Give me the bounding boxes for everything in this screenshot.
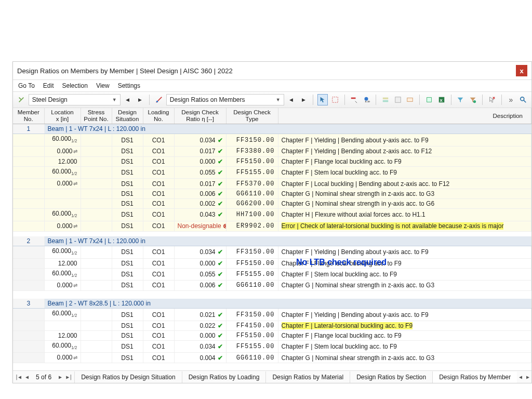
group-label[interactable]: Beam | 2 - WT 8x28.5 | L : 120.000 in <box>44 299 531 309</box>
svg-text:X: X <box>440 98 443 103</box>
tabs-next-button[interactable]: ▶ <box>524 374 531 380</box>
cell-code: FF5150.00 <box>226 156 278 166</box>
member-no[interactable]: 2 <box>13 236 44 246</box>
group-label[interactable]: Beam | 1 - WT 7x24 | L : 120.000 in <box>44 236 531 246</box>
ratio-icon <box>154 94 164 105</box>
prev-result-button[interactable]: ◀ <box>286 94 297 105</box>
pager-prev-button[interactable]: ◀ <box>23 374 31 380</box>
close-button[interactable]: x <box>516 65 527 76</box>
member-no[interactable]: 1 <box>13 124 44 134</box>
col-location[interactable]: Locationx [in] <box>44 108 81 124</box>
view-3-button[interactable] <box>405 94 415 105</box>
cell-location: 0.000⇌ <box>44 146 81 156</box>
next-design-button[interactable]: ▶ <box>135 94 145 105</box>
clear-button[interactable] <box>487 94 497 105</box>
table-row[interactable]: 60.0001⁄2DS1CO10.034✔FF3150.00Chapter F … <box>13 134 531 146</box>
cell-ds: DS1 <box>112 179 143 189</box>
prev-design-button[interactable]: ◀ <box>123 94 133 105</box>
cell-co: CO1 <box>143 221 174 231</box>
check-icon: ✔ <box>218 169 223 176</box>
menu-settings[interactable]: Settings <box>118 82 140 89</box>
table-row[interactable]: 12.000DS1CO10.000✔FF5150.00Chapter F | F… <box>13 258 531 268</box>
cell-ds: DS1 <box>112 340 143 352</box>
table-row[interactable]: 60.0001⁄2DS1CO10.021✔FF3150.00Chapter F … <box>13 309 531 321</box>
table-row[interactable]: 60.0001⁄2DS1CO10.043✔HH7100.00Chapter H … <box>13 209 531 221</box>
tabs-prev-button[interactable]: ◀ <box>517 374 524 380</box>
col-loading[interactable]: LoadingNo. <box>143 108 174 124</box>
table-row[interactable]: 60.0001⁄2DS1CO10.034✔FF3150.00Chapter F … <box>13 246 531 258</box>
funnel-2-button[interactable] <box>468 94 478 105</box>
col-type[interactable]: Design CheckType <box>226 108 278 124</box>
menu-edit[interactable]: Edit <box>43 82 54 89</box>
table-row[interactable]: 60.0001⁄2DS1CO10.034✔FF5155.00Chapter F … <box>13 340 531 352</box>
cell-code: GG6200.00 <box>226 199 278 209</box>
member-no[interactable]: 3 <box>13 299 44 309</box>
cell-ratio: 0.034✔ <box>174 134 226 146</box>
cell-code: FF5150.00 <box>226 330 278 340</box>
dropdown1-label: Steel Design <box>32 96 110 103</box>
select-tool-button[interactable] <box>317 94 328 105</box>
table-row[interactable]: 0.000⇌DS1CO10.017✔FF3380.00Chapter F | Y… <box>13 146 531 156</box>
tab-design-ratios-by-material[interactable]: Design Ratios by Material <box>265 371 350 383</box>
cell-ds: DS1 <box>112 134 143 146</box>
next-result-button[interactable]: ▶ <box>298 94 309 105</box>
table-row[interactable]: DS1CO10.002✔GG6200.00Chapter G | Nominal… <box>13 199 531 209</box>
tab-design-ratios-by-loading[interactable]: Design Ratios by Loading <box>182 371 266 383</box>
search-button[interactable] <box>518 94 528 105</box>
tab-design-ratios-by-member[interactable]: Design Ratios by Member <box>432 371 517 383</box>
grid-body: 1Beam | 1 - WT 7x24 | L : 120.000 in60.0… <box>13 124 531 363</box>
view-1-button[interactable] <box>380 94 391 105</box>
col-stress[interactable]: StressPoint No. <box>81 108 112 124</box>
menu-view[interactable]: View <box>96 82 110 89</box>
excel-button[interactable]: X <box>436 94 447 105</box>
table-row[interactable]: DS1CO10.006✔GG6110.00Chapter G | Nominal… <box>13 189 531 199</box>
export-button[interactable] <box>424 94 434 105</box>
check-icon: ✔ <box>218 271 223 278</box>
table-row[interactable]: 0.000⇌DS1CO1Non-designable ⊗ER9902.00Err… <box>13 221 531 231</box>
table-row[interactable]: 0.000⇌DS1CO10.006✔GG6110.00Chapter G | N… <box>13 280 531 290</box>
cell-location: 0.000⇌ <box>44 280 81 290</box>
col-desc[interactable]: Description <box>278 108 531 124</box>
table-row[interactable]: 60.0001⁄2DS1CO10.055✔FF5155.00Chapter F … <box>13 268 531 280</box>
tab-design-ratios-by-section[interactable]: Design Ratios by Section <box>350 371 432 383</box>
cell-ds: DS1 <box>112 321 143 330</box>
table-row[interactable]: 12.000DS1CO10.000✔FF5150.00Chapter F | F… <box>13 330 531 340</box>
filter-x-button[interactable]: x.xx <box>361 94 371 105</box>
cell-ratio: 0.017✔ <box>174 179 226 189</box>
svg-point-0 <box>156 101 158 103</box>
more-button[interactable]: » <box>506 94 516 105</box>
group-label[interactable]: Beam | 1 - WT 7x24 | L : 120.000 in <box>44 124 531 134</box>
table-row[interactable]: 12.000DS1CO10.000✔FF5150.00Chapter F | F… <box>13 156 531 166</box>
col-situation[interactable]: DesignSituation <box>112 108 143 124</box>
menu-selection[interactable]: Selection <box>62 82 88 89</box>
pager-last-button[interactable]: ▶| <box>64 374 74 380</box>
table-row[interactable]: 60.0001⁄2DS1CO10.055✔FF5155.00Chapter F … <box>13 166 531 178</box>
cell-desc: Chapter F | Yielding | Bending about y-a… <box>278 309 531 321</box>
cell-ratio: 0.034✔ <box>174 340 226 352</box>
result-type-dropdown[interactable]: Design Ratios on Members ▼ <box>166 94 284 105</box>
view-2-button[interactable] <box>393 94 403 105</box>
tab-design-ratios-by-design-situation[interactable]: Design Ratios by Design Situation <box>74 371 181 383</box>
app-window: Design Ratios on Members by Member | Ste… <box>12 61 532 383</box>
cell-desc: Chapter F | Yielding | Bending about y-a… <box>278 246 531 258</box>
design-type-dropdown[interactable]: Steel Design ▼ <box>29 94 121 105</box>
filter-a-button[interactable] <box>349 94 360 105</box>
table-row[interactable]: 0.000⇌DS1CO10.017✔FF5370.00Chapter F | L… <box>13 179 531 189</box>
cell-ratio: 0.043✔ <box>174 209 226 221</box>
cell-desc: Chapter G | Nominal shear strength in z-… <box>278 280 531 290</box>
col-member[interactable]: MemberNo. <box>13 108 44 124</box>
pager-next-button[interactable]: ▶ <box>57 374 64 380</box>
table-row[interactable]: DS1CO10.022✔FF4150.00Chapter F | Lateral… <box>13 321 531 330</box>
cell-desc: Chapter F | Flange local buckling acc. t… <box>278 330 531 340</box>
table-row[interactable]: 0.000⇌DS1CO10.004✔GG6110.00Chapter G | N… <box>13 353 531 363</box>
cell-code: FF5155.00 <box>226 340 278 352</box>
menu-go-to[interactable]: Go To <box>18 82 35 89</box>
funnel-1-button[interactable] <box>455 94 466 105</box>
pager-first-button[interactable]: |◀ <box>13 374 23 380</box>
highlight-button[interactable] <box>330 94 340 105</box>
cell-co: CO1 <box>143 309 174 321</box>
cell-location <box>44 189 81 199</box>
col-ratio[interactable]: Design CheckRatio η [--] <box>174 108 226 124</box>
svg-rect-7 <box>395 97 401 103</box>
cell-co: CO1 <box>143 340 174 352</box>
